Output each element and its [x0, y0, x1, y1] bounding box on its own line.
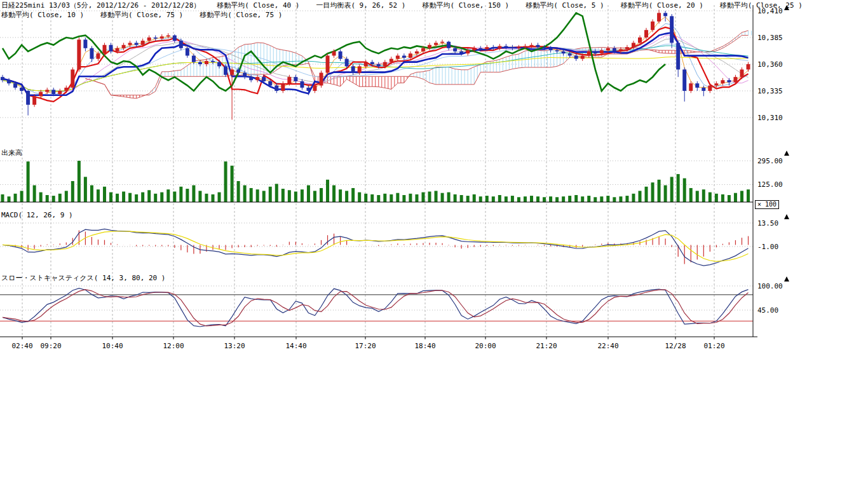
svg-text:100.00: 100.00 [757, 282, 783, 290]
legend-row-2: 移動平均( Close, 10 )移動平均( Close, 75 )移動平均( … [1, 10, 819, 20]
legend-row-1: 日経225mini 13/03（5分, 2012/12/26 - 2012/12… [1, 1, 819, 10]
svg-text:10,310: 10,310 [757, 114, 783, 122]
volume-bars [1, 161, 750, 202]
svg-text:01:20: 01:20 [703, 342, 724, 350]
stoch-panel-label: スロー・ストキャスティクス( 14, 3, 80, 20 ) [1, 273, 165, 283]
legend-item: 移動平均( Close, 40 ) [217, 1, 299, 10]
svg-text:10,360: 10,360 [757, 60, 783, 69]
svg-text:10,335: 10,335 [757, 87, 783, 95]
legend-item: 日経225mini 13/03（5分, 2012/12/26 - 2012/12… [1, 1, 200, 10]
chart-app-window: 10,41010,38510,36010,33510,310295.00125.… [0, 0, 868, 488]
stoch-panel-scroll-arrow-icon[interactable] [784, 276, 789, 281]
svg-text:20:00: 20:00 [475, 342, 496, 350]
svg-text:10:40: 10:40 [102, 342, 123, 350]
svg-text:13:20: 13:20 [224, 342, 245, 350]
svg-text:14:40: 14:40 [285, 342, 306, 350]
main-panel-scroll-arrow-icon[interactable] [784, 5, 789, 10]
svg-text:21:20: 21:20 [536, 342, 557, 350]
legend-item: 移動平均( Close, 25 ) [720, 1, 803, 10]
svg-text:295.00: 295.00 [757, 157, 783, 165]
legend-item: 移動平均( Close, 20 ) [621, 1, 703, 10]
svg-text:18:40: 18:40 [414, 342, 435, 350]
legend-item: 一目均衡表( 9, 26, 52 ) [316, 1, 405, 10]
volume-multiplier-badge: × 100 [755, 200, 779, 209]
svg-text:125.00: 125.00 [757, 180, 783, 189]
chart-legend: 日経225mini 13/03（5分, 2012/12/26 - 2012/12… [1, 1, 819, 20]
gridlines [0, 5, 753, 337]
volume-panel-label: 出来高 [1, 148, 22, 158]
legend-item: 移動平均( Close, 10 ) [1, 11, 84, 19]
price-chart-canvas[interactable]: 10,41010,38510,36010,33510,310295.00125.… [0, 0, 868, 356]
svg-text:13.50: 13.50 [757, 219, 778, 227]
svg-text:02:40: 02:40 [11, 342, 32, 350]
legend-item: 移動平均( Close, 5 ) [526, 1, 604, 10]
legend-item: 移動平均( Close, 75 ) [200, 11, 282, 19]
legend-item: 移動平均( Close, 75 ) [100, 11, 183, 19]
svg-text:45.00: 45.00 [757, 306, 778, 315]
svg-text:10,385: 10,385 [757, 34, 783, 42]
svg-text:-1.00: -1.00 [757, 243, 778, 251]
volume-panel-scroll-arrow-icon[interactable] [784, 151, 789, 156]
macd-panel-label: MACD( 12, 26, 9 ) [1, 211, 73, 219]
x-axis-labels: 02:4009:2010:4012:0013:2014:4017:2018:40… [11, 337, 724, 350]
macd-histogram [3, 230, 749, 264]
y-axis-labels: 10,41010,38510,36010,33510,310295.00125.… [757, 7, 783, 315]
svg-text:22:40: 22:40 [597, 342, 618, 350]
svg-text:09:20: 09:20 [40, 342, 61, 350]
svg-text:17:20: 17:20 [355, 342, 376, 350]
axes [0, 5, 757, 337]
macd-panel-scroll-arrow-icon[interactable] [784, 214, 789, 219]
svg-text:12/28: 12/28 [665, 342, 686, 350]
svg-text:12:00: 12:00 [163, 342, 184, 350]
legend-item: 移動平均( Close, 150 ) [422, 1, 509, 10]
